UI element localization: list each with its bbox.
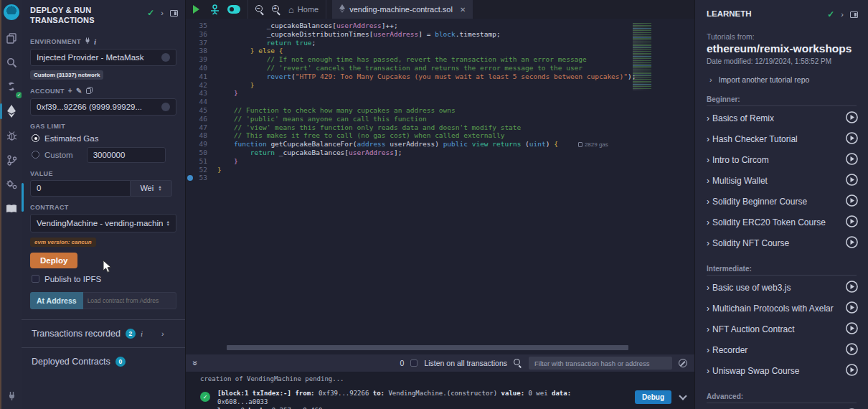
home-tab[interactable]: ⌂Home	[288, 4, 319, 15]
tutorial-item[interactable]: ›Basics of Remix	[707, 108, 858, 128]
play-tutorial-button[interactable]	[846, 281, 858, 295]
deploy-button[interactable]: Deploy	[30, 253, 77, 268]
play-tutorial-icon[interactable]	[846, 301, 858, 314]
copy-account-icon[interactable]	[86, 87, 93, 95]
remix-logo[interactable]	[4, 4, 19, 20]
environment-select[interactable]: Injected Provider - MetaMask	[30, 49, 176, 66]
publish-ipfs-checkbox[interactable]	[32, 275, 39, 283]
breakpoint-gutter[interactable]	[186, 47, 196, 55]
transaction-log-entry[interactable]: ✓ [block:1 txIndex:-] from: 0xf39...9226…	[200, 387, 686, 409]
learneth-icon[interactable]	[2, 198, 21, 220]
custom-gas-input[interactable]	[87, 147, 166, 163]
walkthrough-person-icon[interactable]	[209, 4, 220, 15]
tutorial-item[interactable]: ›Uniswap Swap Course	[707, 360, 858, 381]
panel-pin-icon[interactable]	[170, 10, 178, 17]
tutorial-item[interactable]: ›Multisig Wallet	[707, 170, 858, 191]
breakpoint-gutter[interactable]	[186, 39, 196, 47]
tutorial-item[interactable]: ›Basic use of web3.js	[707, 277, 858, 298]
transactions-expand-icon[interactable]: ›	[161, 329, 164, 338]
expand-log-icon[interactable]	[679, 392, 687, 400]
breakpoint-gutter[interactable]	[186, 22, 196, 30]
deploy-run-icon[interactable]	[2, 100, 21, 122]
side-panel-scrollbar[interactable]	[22, 183, 24, 212]
terminal-output[interactable]: creation of VendingMachine pending... ✓ …	[186, 372, 694, 409]
breakpoint-gutter[interactable]	[186, 30, 196, 39]
breakpoint-gutter[interactable]	[186, 98, 196, 106]
play-tutorial-button[interactable]	[846, 236, 858, 250]
environment-settings-icon[interactable]	[161, 53, 170, 62]
tutorial-item[interactable]: ›Intro to Circom	[707, 149, 858, 170]
play-tutorial-button[interactable]	[846, 343, 858, 357]
play-tutorial-icon[interactable]	[846, 153, 858, 165]
play-tutorial-button[interactable]	[846, 132, 858, 146]
tutorial-item[interactable]: ›Recorder	[707, 339, 858, 360]
breakpoint-icon[interactable]	[186, 174, 196, 182]
play-tutorial-icon[interactable]	[846, 236, 858, 248]
value-input[interactable]	[30, 180, 131, 197]
play-tutorial-button[interactable]	[846, 215, 858, 230]
tutorial-item[interactable]: ›All about Proxy Contracts	[707, 405, 858, 409]
play-tutorial-button[interactable]	[846, 194, 858, 209]
at-address-button[interactable]: At Address	[30, 292, 83, 309]
editor-horizontal-scrollbar[interactable]	[227, 345, 628, 350]
breakpoint-gutter[interactable]	[186, 123, 196, 132]
play-tutorial-icon[interactable]	[846, 174, 858, 186]
zoom-in-icon[interactable]: +	[272, 5, 281, 14]
breakpoint-gutter[interactable]	[186, 131, 196, 140]
breakpoint-gutter[interactable]	[186, 106, 196, 115]
tutorial-item[interactable]: ›Hash Checker Tutorial	[707, 128, 858, 149]
terminal-filter-input[interactable]	[529, 357, 672, 370]
play-tutorial-button[interactable]	[846, 153, 858, 167]
terminal-collapse-icon[interactable]: »	[190, 361, 200, 366]
listen-all-checkbox[interactable]	[410, 359, 418, 367]
plugin-manager-icon[interactable]	[2, 385, 21, 406]
breakpoint-gutter[interactable]	[186, 72, 196, 81]
deployed-contracts-row[interactable]: Deployed Contracts 0	[22, 348, 185, 375]
run-script-icon[interactable]	[193, 5, 199, 14]
breakpoint-gutter[interactable]	[186, 149, 196, 157]
contract-select[interactable]: VendingMachine - vending-machin ▲▼	[30, 214, 176, 232]
plug-icon[interactable]	[85, 37, 90, 45]
play-tutorial-button[interactable]	[846, 301, 858, 316]
estimated-gas-radio[interactable]	[32, 134, 39, 142]
search-icon[interactable]	[2, 52, 21, 73]
play-tutorial-icon[interactable]	[846, 343, 858, 355]
editor-minimap[interactable]	[633, 23, 651, 90]
git-icon[interactable]	[2, 149, 21, 171]
play-tutorial-icon[interactable]	[846, 194, 858, 207]
play-tutorial-icon[interactable]	[846, 111, 858, 123]
play-tutorial-button[interactable]	[846, 174, 858, 188]
play-tutorial-icon[interactable]	[846, 215, 858, 227]
custom-gas-radio[interactable]	[32, 151, 39, 159]
play-tutorial-icon[interactable]	[846, 281, 858, 293]
play-tutorial-icon[interactable]	[846, 322, 858, 334]
theme-toggle-icon[interactable]	[227, 5, 240, 14]
tutorial-item[interactable]: ›Solidity ERC20 Token Course	[707, 212, 858, 232]
clear-console-icon[interactable]	[679, 359, 687, 367]
play-tutorial-icon[interactable]	[846, 132, 858, 144]
play-tutorial-button[interactable]	[846, 111, 858, 126]
file-explorer-icon[interactable]	[2, 27, 21, 49]
breakpoint-gutter[interactable]	[186, 81, 196, 90]
tutorial-item[interactable]: ›Solidity Beginner Course	[707, 191, 858, 212]
debug-button[interactable]: Debug	[635, 390, 671, 404]
plugin-settings-icon[interactable]	[2, 174, 21, 195]
import-tutorial-repo[interactable]: › Import another tutorial repo	[709, 75, 857, 84]
tab-close-icon[interactable]: ✕	[460, 6, 466, 14]
transactions-info-icon[interactable]: i	[141, 329, 143, 338]
edit-account-icon[interactable]: ✎	[76, 87, 82, 95]
transactions-recorded-row[interactable]: Transactions recorded 2 i ›	[22, 320, 185, 347]
tutorial-item[interactable]: ›NFT Auction Contract	[707, 319, 858, 339]
breakpoint-gutter[interactable]	[186, 55, 196, 64]
tutorial-item[interactable]: ›Multichain Protocols with Axelar	[707, 298, 858, 319]
account-select[interactable]: 0xf39...92266 (9999.99929...	[30, 98, 176, 116]
tab-vending-machine-contract[interactable]: vending-machine-contract.sol ✕	[332, 0, 473, 19]
breakpoint-gutter[interactable]	[186, 64, 196, 72]
play-tutorial-button[interactable]	[846, 364, 858, 378]
breakpoint-gutter[interactable]	[186, 140, 196, 149]
breakpoint-gutter[interactable]	[186, 89, 196, 98]
account-settings-icon[interactable]	[161, 103, 170, 111]
add-account-icon[interactable]: +	[68, 87, 72, 95]
at-address-input[interactable]	[83, 292, 176, 309]
panel-expand-icon[interactable]: ›	[161, 9, 164, 17]
